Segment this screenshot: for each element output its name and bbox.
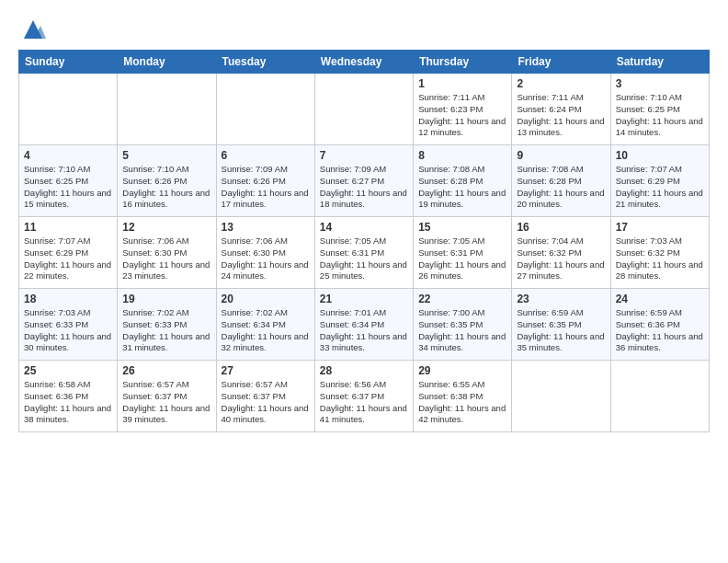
day-info: Sunrise: 6:59 AM Sunset: 6:36 PM Dayligh… <box>616 307 704 354</box>
day-cell: 21Sunrise: 7:01 AM Sunset: 6:34 PM Dayli… <box>314 289 413 361</box>
weekday-header-saturday: Saturday <box>610 51 709 74</box>
day-cell: 22Sunrise: 7:00 AM Sunset: 6:35 PM Dayli… <box>414 289 512 361</box>
day-info: Sunrise: 7:03 AM Sunset: 6:33 PM Dayligh… <box>24 307 112 354</box>
week-row-4: 25Sunrise: 6:58 AM Sunset: 6:36 PM Dayli… <box>19 361 710 432</box>
day-cell: 29Sunrise: 6:55 AM Sunset: 6:38 PM Dayli… <box>414 361 512 432</box>
day-cell: 10Sunrise: 7:07 AM Sunset: 6:29 PM Dayli… <box>610 145 709 217</box>
day-number: 17 <box>616 221 704 234</box>
day-info: Sunrise: 6:56 AM Sunset: 6:37 PM Dayligh… <box>320 379 408 426</box>
day-info: Sunrise: 7:05 AM Sunset: 6:31 PM Dayligh… <box>418 236 506 282</box>
day-cell <box>118 74 216 145</box>
day-cell: 5Sunrise: 7:10 AM Sunset: 6:26 PM Daylig… <box>118 145 216 217</box>
week-row-2: 11Sunrise: 7:07 AM Sunset: 6:29 PM Dayli… <box>19 217 710 289</box>
day-info: Sunrise: 7:05 AM Sunset: 6:31 PM Dayligh… <box>320 236 408 282</box>
day-number: 9 <box>517 149 605 162</box>
day-cell: 11Sunrise: 7:07 AM Sunset: 6:29 PM Dayli… <box>19 217 118 289</box>
weekday-header-row: SundayMondayTuesdayWednesdayThursdayFrid… <box>19 51 710 74</box>
day-cell: 1Sunrise: 7:11 AM Sunset: 6:23 PM Daylig… <box>414 74 512 145</box>
day-info: Sunrise: 6:58 AM Sunset: 6:36 PM Dayligh… <box>24 379 112 426</box>
day-info: Sunrise: 6:55 AM Sunset: 6:38 PM Dayligh… <box>418 379 506 426</box>
logo-icon <box>20 17 46 42</box>
day-number: 19 <box>122 293 210 305</box>
day-info: Sunrise: 7:11 AM Sunset: 6:24 PM Dayligh… <box>517 92 605 139</box>
day-cell: 6Sunrise: 7:09 AM Sunset: 6:26 PM Daylig… <box>216 145 314 217</box>
day-number: 22 <box>418 293 506 305</box>
day-info: Sunrise: 7:07 AM Sunset: 6:29 PM Dayligh… <box>24 236 112 282</box>
day-info: Sunrise: 7:06 AM Sunset: 6:30 PM Dayligh… <box>122 236 210 282</box>
day-cell: 15Sunrise: 7:05 AM Sunset: 6:31 PM Dayli… <box>414 217 512 289</box>
day-number: 26 <box>122 364 210 377</box>
day-number: 25 <box>24 364 112 377</box>
day-info: Sunrise: 7:10 AM Sunset: 6:26 PM Dayligh… <box>122 164 210 211</box>
day-number: 13 <box>222 221 310 234</box>
calendar-table: SundayMondayTuesdayWednesdayThursdayFrid… <box>18 50 710 432</box>
header <box>18 15 710 42</box>
weekday-header-wednesday: Wednesday <box>314 51 413 74</box>
day-cell: 4Sunrise: 7:10 AM Sunset: 6:25 PM Daylig… <box>19 145 118 217</box>
day-cell: 25Sunrise: 6:58 AM Sunset: 6:36 PM Dayli… <box>19 361 118 432</box>
day-number: 12 <box>122 221 210 234</box>
day-info: Sunrise: 7:09 AM Sunset: 6:26 PM Dayligh… <box>222 164 310 211</box>
day-cell <box>512 361 610 432</box>
day-number: 27 <box>222 364 310 377</box>
day-cell <box>314 74 413 145</box>
day-number: 29 <box>418 364 506 377</box>
week-row-3: 18Sunrise: 7:03 AM Sunset: 6:33 PM Dayli… <box>19 289 710 361</box>
day-cell: 2Sunrise: 7:11 AM Sunset: 6:24 PM Daylig… <box>512 74 610 145</box>
day-number: 6 <box>222 149 310 162</box>
logo <box>18 15 46 42</box>
day-cell <box>216 74 314 145</box>
day-info: Sunrise: 7:09 AM Sunset: 6:27 PM Dayligh… <box>320 164 408 211</box>
day-number: 20 <box>222 293 310 305</box>
day-number: 14 <box>320 221 408 234</box>
day-info: Sunrise: 7:10 AM Sunset: 6:25 PM Dayligh… <box>24 164 112 211</box>
day-info: Sunrise: 6:59 AM Sunset: 6:35 PM Dayligh… <box>517 307 605 354</box>
day-cell: 26Sunrise: 6:57 AM Sunset: 6:37 PM Dayli… <box>118 361 216 432</box>
day-info: Sunrise: 7:08 AM Sunset: 6:28 PM Dayligh… <box>418 164 506 211</box>
weekday-header-monday: Monday <box>118 51 216 74</box>
day-cell <box>19 74 118 145</box>
week-row-1: 4Sunrise: 7:10 AM Sunset: 6:25 PM Daylig… <box>19 145 710 217</box>
day-cell: 19Sunrise: 7:02 AM Sunset: 6:33 PM Dayli… <box>118 289 216 361</box>
day-cell: 23Sunrise: 6:59 AM Sunset: 6:35 PM Dayli… <box>512 289 610 361</box>
day-number: 23 <box>517 293 605 305</box>
day-cell: 24Sunrise: 6:59 AM Sunset: 6:36 PM Dayli… <box>610 289 709 361</box>
day-cell: 12Sunrise: 7:06 AM Sunset: 6:30 PM Dayli… <box>118 217 216 289</box>
weekday-header-tuesday: Tuesday <box>216 51 314 74</box>
day-number: 24 <box>616 293 704 305</box>
day-info: Sunrise: 7:02 AM Sunset: 6:33 PM Dayligh… <box>122 307 210 354</box>
day-number: 1 <box>418 77 506 90</box>
day-cell: 14Sunrise: 7:05 AM Sunset: 6:31 PM Dayli… <box>314 217 413 289</box>
day-cell: 7Sunrise: 7:09 AM Sunset: 6:27 PM Daylig… <box>314 145 413 217</box>
day-number: 8 <box>418 149 506 162</box>
day-cell: 20Sunrise: 7:02 AM Sunset: 6:34 PM Dayli… <box>216 289 314 361</box>
day-number: 7 <box>320 149 408 162</box>
day-number: 3 <box>616 77 704 90</box>
day-number: 11 <box>24 221 112 234</box>
day-number: 10 <box>616 149 704 162</box>
day-info: Sunrise: 7:02 AM Sunset: 6:34 PM Dayligh… <box>222 307 310 354</box>
day-number: 21 <box>320 293 408 305</box>
day-info: Sunrise: 6:57 AM Sunset: 6:37 PM Dayligh… <box>222 379 310 426</box>
day-info: Sunrise: 7:04 AM Sunset: 6:32 PM Dayligh… <box>517 236 605 282</box>
week-row-0: 1Sunrise: 7:11 AM Sunset: 6:23 PM Daylig… <box>19 74 710 145</box>
day-number: 2 <box>517 77 605 90</box>
day-info: Sunrise: 7:08 AM Sunset: 6:28 PM Dayligh… <box>517 164 605 211</box>
weekday-header-friday: Friday <box>512 51 610 74</box>
day-number: 28 <box>320 364 408 377</box>
day-info: Sunrise: 6:57 AM Sunset: 6:37 PM Dayligh… <box>122 379 210 426</box>
day-number: 4 <box>24 149 112 162</box>
day-cell: 8Sunrise: 7:08 AM Sunset: 6:28 PM Daylig… <box>414 145 512 217</box>
day-number: 15 <box>418 221 506 234</box>
day-info: Sunrise: 7:10 AM Sunset: 6:25 PM Dayligh… <box>616 92 704 139</box>
day-cell <box>610 361 709 432</box>
weekday-header-thursday: Thursday <box>414 51 512 74</box>
page: SundayMondayTuesdayWednesdayThursdayFrid… <box>0 0 728 563</box>
day-info: Sunrise: 7:11 AM Sunset: 6:23 PM Dayligh… <box>418 92 506 139</box>
day-cell: 28Sunrise: 6:56 AM Sunset: 6:37 PM Dayli… <box>314 361 413 432</box>
day-info: Sunrise: 7:06 AM Sunset: 6:30 PM Dayligh… <box>222 236 310 282</box>
day-cell: 18Sunrise: 7:03 AM Sunset: 6:33 PM Dayli… <box>19 289 118 361</box>
day-info: Sunrise: 7:03 AM Sunset: 6:32 PM Dayligh… <box>616 236 704 282</box>
weekday-header-sunday: Sunday <box>19 51 118 74</box>
day-number: 5 <box>122 149 210 162</box>
